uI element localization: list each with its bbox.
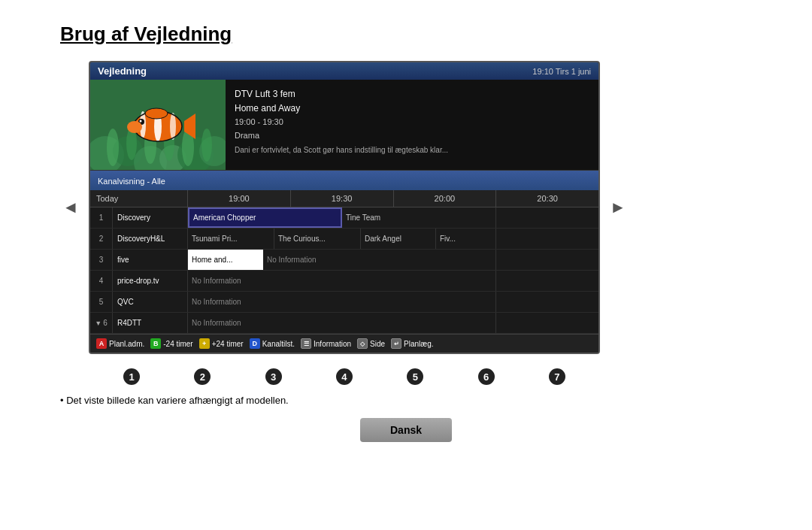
preview-image	[90, 80, 226, 170]
list-item[interactable]: No Information	[188, 271, 496, 291]
dansk-button[interactable]: Dansk	[360, 418, 452, 442]
guide-filter-bar[interactable]: Kanalvisning - Alle	[90, 171, 598, 190]
channel-num: 1	[90, 207, 113, 228]
toolbar-btn-side[interactable]: ◇ Side	[357, 338, 385, 349]
key-info: ☰	[301, 338, 311, 349]
toolbar-plus24-label: +24 timer	[212, 340, 244, 348]
guide-preview: DTV Luft 3 fem Home and Away 19:00 - 19:…	[90, 80, 598, 171]
list-item[interactable]: Dark Angel	[361, 229, 436, 249]
table-row[interactable]: ▼6 R4DTT No Information	[90, 313, 598, 334]
timeline-1930: 19:30	[291, 190, 394, 207]
key-plus: +	[199, 338, 210, 349]
page-title: Brug af Vejledning	[60, 23, 752, 46]
toolbar-btn-plus24[interactable]: + +24 timer	[199, 338, 244, 349]
right-nav-arrow[interactable]: ►	[607, 197, 629, 218]
callout-3: 3	[263, 366, 284, 387]
left-nav-arrow[interactable]: ◄	[60, 197, 81, 218]
toolbar-information-label: Information	[314, 340, 351, 348]
guide-channels: 1 Discovery American Chopper Tine Team 2…	[90, 207, 598, 334]
list-item[interactable]: No Information	[188, 292, 496, 312]
channel-num: 5	[90, 292, 113, 312]
toolbar-minus24-label: -24 timer	[163, 340, 192, 348]
channel-name: price-drop.tv	[113, 271, 188, 291]
timeline-2030: 20:30	[496, 190, 598, 207]
channel-programs: American Chopper Tine Team	[188, 207, 598, 228]
timeline-1900: 19:00	[188, 190, 291, 207]
guide-screen: Vejledning 19:10 Tirs 1 juni	[89, 61, 600, 354]
timeline-2000: 20:00	[394, 190, 497, 207]
timeline-times: 19:00 19:30 20:00 20:30	[188, 190, 598, 207]
key-d: D	[250, 338, 260, 349]
toolbar-kanaltilst-label: Kanaltilst.	[262, 340, 295, 348]
channel-num: 2	[90, 229, 113, 249]
callout-1: 1	[121, 366, 142, 387]
list-item[interactable]: Tine Team	[342, 207, 496, 228]
list-item[interactable]: Home and...	[188, 250, 263, 270]
callout-7: 7	[547, 366, 568, 387]
channel-name: DiscoveryH&L	[113, 229, 188, 249]
list-item[interactable]: American Chopper	[188, 207, 342, 228]
key-a: A	[96, 338, 107, 349]
timeline-today: Today	[90, 190, 188, 207]
guide-title: Vejledning	[98, 65, 147, 77]
toolbar-btn-planlaeg[interactable]: ↵ Planlæg.	[391, 338, 433, 349]
svg-point-12	[201, 129, 212, 162]
list-item[interactable]: Tsunami Pri...	[188, 229, 274, 249]
svg-point-7	[107, 129, 119, 166]
table-row[interactable]: 5 QVC No Information	[90, 292, 598, 313]
channel-name: five	[113, 250, 188, 270]
list-item[interactable]: No Information	[263, 250, 496, 270]
toolbar-btn-minus24[interactable]: B -24 timer	[150, 338, 192, 349]
bottom-btn-wrapper: Dansk	[60, 418, 752, 442]
guide-header: Vejledning 19:10 Tirs 1 juni	[90, 62, 598, 80]
callouts-row: 1 2 3 4 5 6 7	[89, 366, 600, 387]
guide-timeline: Today 19:00 19:30 20:00 20:30	[90, 190, 598, 207]
preview-info: DTV Luft 3 fem Home and Away 19:00 - 19:…	[226, 80, 457, 170]
channel-programs: Home and... No Information	[188, 250, 598, 270]
toolbar-planlaeg-label: Planlæg.	[404, 340, 433, 348]
key-b: B	[150, 338, 161, 349]
filter-label: Kanalvisning - Alle	[98, 177, 165, 186]
callout-4: 4	[334, 366, 355, 387]
channel-num: 3	[90, 250, 113, 270]
toolbar-btn-planladm[interactable]: A Planl.adm.	[96, 338, 144, 349]
table-row[interactable]: 1 Discovery American Chopper Tine Team	[90, 207, 598, 229]
preview-show: Home and Away	[235, 101, 448, 116]
key-planlaeg: ↵	[391, 338, 401, 349]
channel-programs: No Information	[188, 271, 598, 291]
guide-toolbar: A Planl.adm. B -24 timer + +24 timer D K…	[90, 334, 598, 353]
svg-point-22	[127, 121, 142, 133]
list-item[interactable]: The Curious...	[274, 229, 361, 249]
list-item[interactable]: Fiv...	[436, 229, 496, 249]
channel-name: QVC	[113, 292, 188, 312]
table-row[interactable]: 3 five Home and... No Information	[90, 250, 598, 271]
callout-5: 5	[404, 366, 426, 387]
preview-description: Dani er fortvivlet, da Scott gør hans in…	[235, 144, 448, 156]
toolbar-side-label: Side	[370, 340, 385, 348]
callout-2: 2	[192, 366, 213, 387]
toolbar-btn-kanaltilst[interactable]: D Kanaltilst.	[250, 338, 295, 349]
channel-arrow: ▼	[95, 320, 102, 327]
toolbar-btn-information[interactable]: ☰ Information	[301, 338, 351, 349]
key-side: ◇	[357, 338, 368, 349]
channel-num: 4	[90, 271, 113, 291]
channel-name: Discovery	[113, 207, 188, 228]
channel-name: R4DTT	[113, 313, 188, 333]
channel-programs: No Information	[188, 292, 598, 312]
svg-point-17	[170, 113, 176, 140]
channel-num: ▼6	[90, 313, 113, 333]
toolbar-planladm-label: Planl.adm.	[109, 340, 144, 348]
table-row[interactable]: 2 DiscoveryH&L Tsunami Pri... The Curiou…	[90, 229, 598, 250]
channel-programs: Tsunami Pri... The Curious... Dark Angel…	[188, 229, 598, 249]
list-item[interactable]: No Information	[188, 313, 496, 333]
channel-programs: No Information	[188, 313, 598, 333]
preview-time: 19:00 - 19:30	[235, 116, 448, 129]
svg-point-21	[145, 108, 168, 119]
note-text: Det viste billede kan variere afhængigt …	[60, 395, 752, 406]
preview-channel: DTV Luft 3 fem	[235, 87, 448, 101]
svg-point-20	[140, 120, 142, 123]
preview-genre: Drama	[235, 129, 448, 143]
guide-datetime: 19:10 Tirs 1 juni	[532, 67, 591, 76]
callout-6: 6	[476, 366, 497, 387]
table-row[interactable]: 4 price-drop.tv No Information	[90, 271, 598, 292]
